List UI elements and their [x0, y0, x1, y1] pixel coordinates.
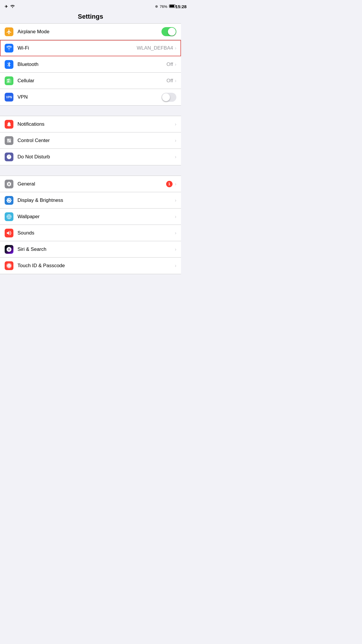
airplane-mode-toggle[interactable] [161, 27, 176, 36]
svg-point-17 [8, 216, 9, 217]
general-icon [5, 180, 13, 188]
general-row[interactable]: General 1 › [0, 176, 181, 192]
airplane-mode-row[interactable]: Airplane Mode [0, 24, 181, 40]
control-center-chevron: › [175, 138, 176, 143]
wifi-label: Wi-Fi [17, 45, 137, 51]
vpn-row[interactable]: VPN VPN [0, 89, 181, 105]
display-brightness-row[interactable]: A A Display & Brightness › [0, 192, 181, 209]
display-brightness-icon: A A [5, 196, 13, 205]
sounds-row[interactable]: Sounds › [0, 225, 181, 241]
general-badge: 1 [166, 181, 173, 187]
svg-point-9 [9, 139, 11, 140]
airplane-mode-icon [5, 27, 13, 36]
svg-rect-3 [10, 78, 10, 83]
siri-search-chevron: › [175, 247, 176, 252]
svg-point-2 [9, 49, 10, 50]
svg-text:A: A [9, 200, 11, 202]
notifications-group: Notifications › Control Center › [0, 116, 181, 165]
cellular-chevron: › [175, 78, 176, 83]
wallpaper-chevron: › [175, 214, 176, 219]
airplane-mode-label: Airplane Mode [17, 29, 161, 35]
battery-percent: 76% [160, 4, 167, 9]
cellular-row[interactable]: Cellular Off › [0, 73, 181, 89]
do-not-disturb-row[interactable]: Do Not Disturb › [0, 149, 181, 165]
vpn-label: VPN [17, 94, 161, 100]
wifi-chevron: › [175, 46, 176, 51]
wifi-row[interactable]: Wi-Fi WLAN_DEFBA4 › [0, 40, 181, 56]
cellular-value: Off [166, 78, 173, 84]
status-bar: ✈ 15:28 ⊕ 76% [0, 0, 181, 12]
siri-search-label: Siri & Search [17, 246, 175, 252]
airplane-mode-toggle-knob [168, 28, 176, 36]
notifications-icon [5, 120, 13, 129]
vpn-toggle[interactable] [161, 93, 176, 102]
control-center-row[interactable]: Control Center › [0, 132, 181, 149]
display-brightness-chevron: › [175, 198, 176, 203]
spacer-1 [0, 106, 181, 116]
wallpaper-label: Wallpaper [17, 214, 175, 220]
bluetooth-icon [5, 60, 13, 69]
display-brightness-label: Display & Brightness [17, 197, 175, 203]
bluetooth-value: Off [166, 62, 173, 67]
notifications-label: Notifications [17, 121, 175, 127]
bluetooth-row[interactable]: Bluetooth Off › [0, 56, 181, 73]
sounds-chevron: › [175, 230, 176, 236]
touch-id-icon [5, 261, 13, 270]
svg-rect-7 [7, 81, 8, 83]
control-center-label: Control Center [17, 138, 175, 144]
wallpaper-icon [5, 212, 13, 221]
bluetooth-label: Bluetooth [17, 62, 166, 67]
spacer-2 [0, 165, 181, 176]
svg-point-13 [10, 141, 10, 142]
svg-rect-5 [9, 79, 9, 83]
do-not-disturb-label: Do Not Disturb [17, 154, 175, 160]
vpn-icon: VPN [5, 93, 13, 102]
do-not-disturb-chevron: › [175, 154, 176, 160]
notifications-chevron: › [175, 122, 176, 127]
control-center-icon [5, 136, 13, 145]
touch-id-passcode-row[interactable]: Touch ID & Passcode › [0, 258, 181, 274]
bluetooth-chevron: › [175, 62, 176, 67]
siri-icon [5, 245, 13, 254]
do-not-disturb-icon [5, 153, 13, 161]
sounds-label: Sounds [17, 230, 175, 236]
svg-point-10 [7, 141, 9, 142]
svg-point-12 [8, 139, 8, 140]
page-title: Settings [0, 12, 181, 23]
wifi-value: WLAN_DEFBA4 [137, 45, 173, 51]
touch-id-passcode-label: Touch ID & Passcode [17, 263, 175, 269]
status-left-icons: ✈ [5, 4, 15, 9]
wallpaper-row[interactable]: Wallpaper › [0, 209, 181, 225]
svg-point-24 [9, 267, 9, 267]
svg-rect-6 [8, 80, 8, 83]
status-time: 15:28 [175, 4, 181, 9]
vpn-toggle-knob [162, 93, 170, 101]
device-group: General 1 › A A Display & Brightness › [0, 176, 181, 274]
touch-id-passcode-chevron: › [175, 263, 176, 268]
connectivity-group: Airplane Mode Wi-Fi WLAN_DEFBA4 › Blueto… [0, 23, 181, 106]
cellular-icon [5, 76, 13, 85]
notifications-row[interactable]: Notifications › [0, 116, 181, 132]
svg-rect-1 [170, 5, 174, 7]
wifi-icon [5, 44, 13, 52]
svg-rect-4 [11, 79, 11, 83]
cellular-label: Cellular [17, 78, 166, 84]
general-chevron: › [175, 181, 176, 187]
general-label: General [17, 181, 166, 187]
status-right-icons: ⊕ 76% [155, 4, 176, 9]
sounds-icon [5, 229, 13, 237]
siri-search-row[interactable]: Siri & Search › [0, 241, 181, 258]
lock-rotation-icon: ⊕ [155, 4, 158, 8]
wifi-status-icon [10, 4, 15, 9]
airplane-status-icon: ✈ [5, 4, 8, 9]
